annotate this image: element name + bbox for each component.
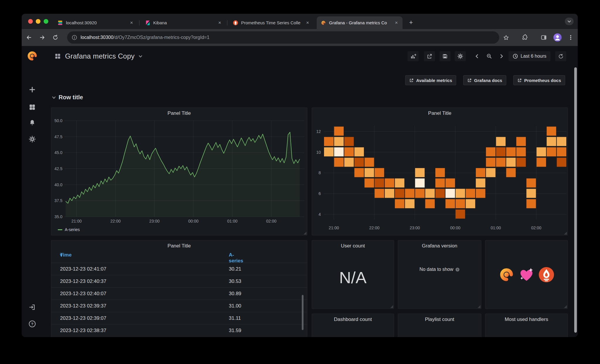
- svg-text:02:00: 02:00: [531, 225, 541, 230]
- time-shift-back-button[interactable]: [471, 51, 483, 61]
- heatmap-chart[interactable]: 468101221:0022:0023:0000:0001:0002:00: [312, 108, 568, 236]
- side-panel-icon[interactable]: [538, 32, 549, 43]
- dashboards-icon[interactable]: [28, 103, 36, 111]
- url-text: localhost:30300/d/Oy7ZmcOSz/grafana-metr…: [81, 35, 209, 40]
- time-range-picker[interactable]: Last 6 hours: [509, 51, 550, 61]
- profile-avatar[interactable]: [552, 32, 563, 43]
- table-row: 2023-12-23 02:39:0731.11: [51, 312, 307, 324]
- minimize-window-button[interactable]: [36, 19, 40, 24]
- tab-title: Prometheus Time Series Colle: [241, 20, 302, 25]
- kibana-favicon: [145, 20, 150, 25]
- legend-item-a-series[interactable]: A-series: [58, 227, 80, 232]
- add-panel-button[interactable]: [408, 51, 419, 61]
- url-bar[interactable]: localhost:30300/d/Oy7ZmcOSz/grafana-metr…: [67, 31, 499, 44]
- share-button[interactable]: [424, 51, 435, 61]
- menu-dots-icon[interactable]: [565, 32, 576, 43]
- tab-elasticsearch[interactable]: localhost:30920 ×: [54, 16, 138, 29]
- external-link-icon: [517, 78, 522, 83]
- link-available-metrics[interactable]: Available metrics: [405, 75, 456, 85]
- close-window-button[interactable]: [28, 19, 33, 24]
- back-button[interactable]: [23, 32, 35, 43]
- row-title: Row title: [59, 94, 83, 101]
- help-circle-icon[interactable]: ?: [455, 267, 460, 272]
- time-shift-forward-button[interactable]: [496, 51, 507, 61]
- link-label: Available metrics: [416, 78, 452, 83]
- panel-title[interactable]: Grafana version: [398, 243, 481, 249]
- tab-strip: localhost:30920 × Kibana × Prometheus Ti…: [22, 14, 578, 29]
- playlist-count-panel: Playlist count: [398, 314, 481, 337]
- refresh-button[interactable]: [555, 51, 566, 61]
- sign-in-icon[interactable]: [28, 303, 36, 311]
- link-grafana-docs[interactable]: Grafana docs: [463, 75, 506, 85]
- bookmark-star-icon[interactable]: [500, 32, 512, 43]
- url-path: /d/Oy7ZmcOSz/grafana-metrics-copy?orgId=…: [113, 35, 209, 40]
- cell-time: 2023-12-23 02:40:07: [60, 291, 106, 297]
- tab-grafana-active[interactable]: Grafana - Grafana metrics Co ×: [317, 16, 403, 29]
- configuration-gear-icon[interactable]: [28, 135, 36, 143]
- grafana-logo[interactable]: [26, 50, 38, 62]
- panel-title[interactable]: Panel Title: [51, 243, 307, 249]
- url-host: localhost:30300: [81, 35, 113, 40]
- panel-title[interactable]: User count: [312, 243, 394, 249]
- dashboard-settings-button[interactable]: [455, 51, 466, 61]
- fullscreen-window-button[interactable]: [44, 19, 48, 24]
- new-tab-button[interactable]: +: [406, 18, 416, 27]
- table-row: 2023-12-23 02:40:0730.89: [51, 287, 307, 300]
- panel-title[interactable]: Playlist count: [398, 317, 481, 322]
- table-row: 2023-12-23 02:38:3731.59: [51, 324, 307, 336]
- page-scrollbar[interactable]: [574, 67, 577, 333]
- forward-button[interactable]: [37, 32, 48, 43]
- svg-text:02:00: 02:00: [266, 219, 276, 223]
- title-caret-down-icon[interactable]: [139, 55, 142, 58]
- emoji-row: [485, 240, 567, 309]
- link-prometheus-docs[interactable]: Prometheus docs: [513, 75, 565, 85]
- time-range-label: Last 6 hours: [521, 54, 546, 59]
- tab-search-chevron-icon[interactable]: [565, 18, 574, 25]
- tab-kibana[interactable]: Kibana ×: [141, 16, 226, 29]
- dashboard-title[interactable]: Grafana metrics Copy: [65, 52, 134, 60]
- svg-text:50.0: 50.0: [54, 118, 62, 123]
- user-count-panel: User count N/A: [312, 240, 394, 309]
- dashboard-count-panel: Dashboard count: [312, 314, 394, 337]
- save-dashboard-button[interactable]: [439, 51, 451, 61]
- svg-text:47.5: 47.5: [54, 134, 62, 139]
- help-icon[interactable]: ?: [28, 320, 36, 328]
- prometheus-favicon: [233, 20, 238, 25]
- sparkling-heart-emoji: [518, 266, 535, 283]
- tab-close-icon[interactable]: ×: [394, 20, 399, 26]
- grafana-version-panel: Grafana version No data to show ?: [398, 240, 481, 309]
- browser-toolbar: localhost:30300/d/Oy7ZmcOSz/grafana-metr…: [22, 29, 578, 46]
- create-plus-icon[interactable]: [28, 86, 36, 93]
- user-count-value: N/A: [312, 268, 394, 287]
- table-scrollbar[interactable]: [302, 295, 304, 330]
- chevron-down-icon: [52, 96, 56, 99]
- tab-close-icon[interactable]: ×: [305, 20, 310, 26]
- emoji-panel: [485, 240, 568, 309]
- timeseries-chart[interactable]: 35.037.540.042.545.047.550.021:0022:0023…: [51, 108, 308, 236]
- cell-value: 30.21: [229, 266, 241, 272]
- row-collapse-toggle[interactable]: Row title: [52, 94, 83, 101]
- tab-prometheus[interactable]: Prometheus Time Series Colle ×: [229, 16, 314, 29]
- series-color-swatch: [58, 229, 62, 230]
- svg-text:22:00: 22:00: [369, 225, 379, 230]
- no-data-message: No data to show ?: [398, 267, 481, 272]
- svg-text:8: 8: [318, 170, 321, 175]
- panel-title[interactable]: Most used handlers: [485, 317, 567, 322]
- site-info-icon[interactable]: [72, 35, 77, 40]
- external-link-icon: [467, 78, 472, 83]
- svg-text:21:00: 21:00: [71, 219, 82, 223]
- zoom-out-button[interactable]: [484, 51, 495, 61]
- reload-button[interactable]: [50, 32, 61, 43]
- extensions-puzzle-icon[interactable]: [519, 32, 530, 43]
- alerting-bell-icon[interactable]: [28, 119, 36, 127]
- svg-text:21:00: 21:00: [329, 225, 339, 230]
- svg-text:23:00: 23:00: [149, 219, 160, 223]
- svg-text:4: 4: [318, 212, 321, 217]
- table-row: 2023-12-23 02:41:0730.21: [51, 263, 307, 275]
- svg-text:40.0: 40.0: [54, 182, 62, 187]
- panel-title[interactable]: Dashboard count: [312, 317, 394, 322]
- tab-close-icon[interactable]: ×: [217, 20, 222, 26]
- timeseries-panel: Panel Title 35.037.540.042.545.047.550.0…: [51, 107, 307, 235]
- tab-close-icon[interactable]: ×: [129, 20, 134, 26]
- svg-text:35.0: 35.0: [54, 214, 62, 219]
